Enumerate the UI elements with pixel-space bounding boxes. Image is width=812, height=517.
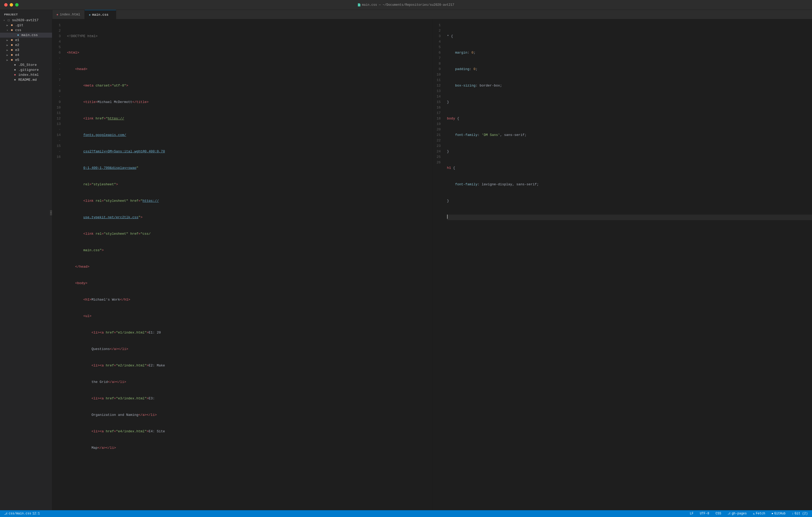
code-line: box-sizing: border-box;: [447, 83, 812, 88]
css-tab-icon: ◈: [89, 13, 91, 17]
tree-item-css-folder[interactable]: ▾ ■ css: [0, 28, 52, 33]
tree-item-e2[interactable]: ▶ ■ e2: [0, 42, 52, 48]
tree-label-gitignore: .gitignore: [18, 68, 39, 72]
folder-open-icon: ■: [9, 29, 14, 32]
statusbar-right: LF UTF-8 CSS ⎇ gh-pages ↻ Fetch ● GitHub…: [689, 512, 809, 515]
fetch-label: Fetch: [756, 512, 765, 515]
collapse-icon: ‹: [51, 211, 52, 214]
code-line: font-family: 'DM Sans', sans-serif;: [447, 132, 812, 138]
code-line: <h1>Michael's Work</h1>: [67, 297, 432, 302]
html-file-icon: ■: [12, 73, 17, 76]
tree-arrow: ▶: [5, 59, 9, 62]
code-line: [447, 429, 812, 434]
code-line: <li><a href="e3/index.html">E3:: [67, 396, 432, 401]
git-changes-icon: ↕: [792, 512, 794, 515]
tree-item-e4[interactable]: ▶ ■ e4: [0, 53, 52, 58]
tree-label-git: .git: [15, 23, 23, 27]
app-body: Project ▾ □ su2020-avt217 ▶ ■ .git ▾ ■ c…: [0, 10, 812, 510]
code-line: [447, 363, 812, 368]
code-line: rel="stylesheet">: [67, 182, 432, 187]
folder-icon-e2: ■: [9, 43, 14, 47]
tree-item-readmemd[interactable]: ■ README.md: [0, 78, 52, 82]
code-content-css[interactable]: * { margin: 0; padding: 0; box-sizing: b…: [445, 19, 812, 510]
code-line: <link href="https://: [67, 116, 432, 121]
tree-arrow: ▶: [5, 44, 9, 47]
status-language[interactable]: CSS: [715, 512, 722, 515]
tab-maincss[interactable]: ◈ main.css: [85, 10, 116, 19]
tree-item-e3[interactable]: ▶ ■ e3: [0, 48, 52, 53]
tree-item-e5[interactable]: ▶ ■ e5: [0, 58, 52, 62]
code-line: Map</a></li>: [67, 445, 432, 451]
code-line: Organization and Naming</a></li>: [67, 412, 432, 418]
code-line: <meta charset="utf-8">: [67, 83, 432, 88]
tree-label-e2: e2: [15, 43, 19, 47]
code-line: [447, 396, 812, 401]
code-line: [447, 412, 812, 418]
maximize-button[interactable]: [15, 3, 19, 6]
md-file-icon: ■: [12, 79, 17, 81]
minimize-button[interactable]: [10, 3, 13, 6]
folder-icon-e1: ■: [9, 38, 14, 42]
status-eol[interactable]: LF: [689, 512, 695, 515]
tab-label-maincss: main.css: [92, 13, 108, 17]
code-line: [447, 264, 812, 270]
code-line: body {: [447, 116, 812, 121]
tree-arrow: ▶: [5, 49, 9, 52]
window-controls: [4, 3, 19, 6]
editor-pane-html: 1 2 3 4 5 6 · · · · 7 · 8 · 9: [52, 19, 432, 510]
code-line: [447, 247, 812, 253]
status-git[interactable]: ↕ Git (2): [791, 512, 809, 515]
code-line: css2?family=DM+Sans:ital,wght@0,400;0,70: [67, 149, 432, 154]
encoding-label: UTF-8: [700, 512, 709, 515]
code-line: use.typekit.net/erc2tlk.css">: [67, 215, 432, 220]
tree-label-e3: e3: [15, 48, 19, 52]
tab-label-indexhtml: index.html: [60, 12, 80, 17]
code-line: margin: 0;: [447, 50, 812, 55]
tree-arrow: ▾: [5, 29, 9, 32]
code-line: }: [447, 149, 812, 154]
tree-label-e4: e4: [15, 53, 19, 57]
tree-item-indexhtml[interactable]: ■ index.html: [0, 72, 52, 78]
tree-arrow: ▶: [5, 39, 9, 42]
code-line: <head>: [67, 66, 432, 72]
tree-arrow: ▶: [5, 24, 9, 27]
close-button[interactable]: [4, 3, 7, 6]
text-cursor: [447, 215, 447, 219]
branch-icon: ⎇: [727, 512, 731, 515]
language-label: CSS: [716, 512, 721, 515]
status-position: 12:1: [32, 512, 40, 515]
code-line: 0;1,400;1,700&display=swap": [67, 165, 432, 171]
code-line: <ul>: [67, 313, 432, 319]
git-branch-item[interactable]: ⎇ css/main.css 12:1: [3, 512, 41, 515]
git-icon: ⎇: [4, 512, 7, 515]
code-line: [447, 379, 812, 385]
code-line: font-family: lavigne-display, sans-serif…: [447, 182, 812, 187]
code-line: the Grid</a></li>: [67, 379, 432, 385]
status-github[interactable]: ● GitHub: [771, 512, 787, 515]
git-file-icon: ■: [12, 68, 17, 71]
code-container-css[interactable]: 1 2 3 4 5 6 7 8 9 10 11 12 13 14: [432, 19, 812, 510]
tree-item-root[interactable]: ▾ □ su2020-avt217: [0, 18, 52, 23]
tree-item-dsstore[interactable]: ■ .DS_Store: [0, 62, 52, 67]
tree-arrow: ▶: [5, 54, 9, 57]
status-branch[interactable]: ⎇ gh-pages: [726, 512, 748, 515]
code-line: <link rel="stylesheet" href="css/: [67, 231, 432, 237]
status-fetch[interactable]: ↻ Fetch: [752, 512, 766, 515]
code-content-html[interactable]: <!DOCTYPE html> <html> <head> <meta char…: [65, 19, 432, 510]
code-container-html[interactable]: 1 2 3 4 5 6 · · · · 7 · 8 · 9: [52, 19, 432, 510]
status-filepath: css/main.css: [9, 512, 31, 515]
status-encoding[interactable]: UTF-8: [699, 512, 710, 515]
css-file-icon: ■: [16, 34, 21, 37]
github-icon: ●: [772, 512, 773, 515]
sidebar-collapse-button[interactable]: ‹: [50, 210, 52, 215]
branch-label: gh-pages: [732, 512, 747, 515]
tree-label-indexhtml: index.html: [18, 73, 39, 77]
titlebar: main.css — ~/Documents/Repositories/su20…: [0, 0, 812, 10]
tab-indexhtml[interactable]: ◈ index.html: [52, 10, 85, 19]
folder-icon: ■: [9, 24, 14, 27]
tree-item-maincss[interactable]: ■ main.css: [0, 33, 52, 38]
code-line-cursor: [447, 215, 812, 220]
tree-item-git[interactable]: ▶ ■ .git: [0, 23, 52, 28]
tree-item-gitignore[interactable]: ■ .gitignore: [0, 67, 52, 72]
tree-item-e1[interactable]: ▶ ■ e1: [0, 38, 52, 42]
